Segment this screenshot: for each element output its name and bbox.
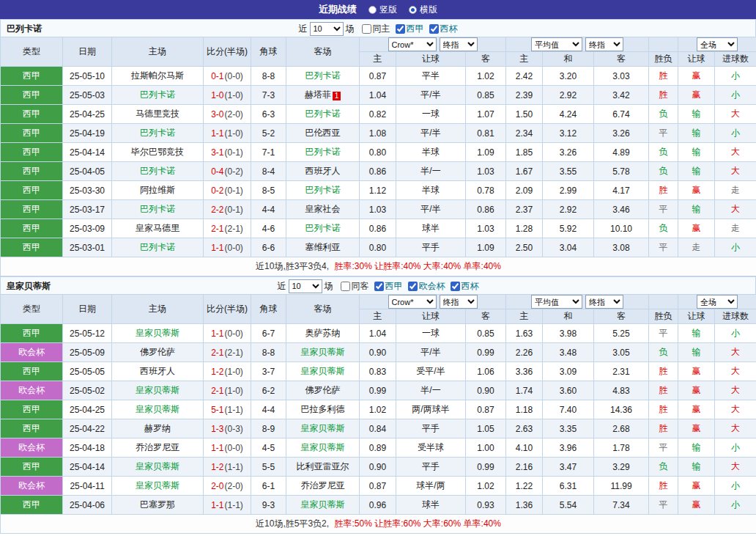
away-team[interactable]: 西班牙人 bbox=[305, 166, 341, 176]
away-team[interactable]: 乔治罗尼亚 bbox=[301, 480, 345, 491]
score-cell: 0-4(0-2) bbox=[204, 162, 251, 181]
home-team[interactable]: 皇家贝蒂斯 bbox=[136, 480, 179, 491]
filter-checkbox[interactable] bbox=[429, 24, 439, 34]
away-team[interactable]: 皇家贝蒂斯 bbox=[301, 347, 345, 357]
match-date: 25-04-22 bbox=[63, 419, 112, 438]
odds-source-select[interactable]: Crow* bbox=[388, 295, 437, 309]
home-team[interactable]: 巴列卡诺 bbox=[140, 128, 175, 138]
filter-checkbox[interactable] bbox=[362, 24, 371, 34]
result-winlose: 胜 bbox=[649, 400, 678, 419]
match-row: 欧会杯25-05-09佛罗伦萨2-1(2-1)8-8皇家贝蒂斯0.90平/半0.… bbox=[1, 343, 756, 362]
odds-handicap-line: 半球 bbox=[396, 143, 466, 162]
col-result: 胜负 bbox=[649, 309, 678, 324]
away-team[interactable]: 巴列卡诺 bbox=[305, 147, 341, 157]
home-team[interactable]: 乔治罗尼亚 bbox=[136, 442, 179, 452]
away-team[interactable]: 巴列卡诺 bbox=[305, 223, 341, 233]
home-team[interactable]: 拉斯帕尔马斯 bbox=[131, 70, 184, 81]
away-team[interactable]: 赫塔菲 bbox=[305, 89, 331, 100]
away-team[interactable]: 皇家社会 bbox=[305, 204, 341, 214]
euro-away: 3.29 bbox=[594, 458, 649, 477]
home-team[interactable]: 毕尔巴鄂竞技 bbox=[131, 147, 184, 157]
euro-away: 3.26 bbox=[594, 124, 649, 143]
average-select[interactable]: 平均值 bbox=[531, 37, 582, 51]
away-team[interactable]: 皇家贝蒂斯 bbox=[301, 423, 345, 433]
odds-away: 1.03 bbox=[466, 219, 506, 238]
away-team[interactable]: 塞维利亚 bbox=[305, 242, 341, 252]
home-team[interactable]: 皇家贝蒂斯 bbox=[136, 461, 179, 471]
filter-checkbox[interactable] bbox=[408, 282, 418, 291]
away-team[interactable]: 比利亚雷亚尔 bbox=[297, 461, 349, 471]
home-team[interactable]: 皇家马德里 bbox=[136, 223, 179, 233]
away-team[interactable]: 佛罗伦萨 bbox=[305, 385, 341, 395]
filter-checkbox[interactable] bbox=[396, 24, 405, 34]
home-team[interactable]: 西班牙人 bbox=[140, 366, 175, 376]
home-team[interactable]: 巴列卡诺 bbox=[140, 242, 175, 252]
odds-away: 1.06 bbox=[466, 362, 506, 381]
euro-away: 4.83 bbox=[594, 381, 649, 400]
odds-handicap-line: 球半/两 bbox=[396, 477, 466, 496]
halftime-score: (0-3) bbox=[225, 424, 243, 434]
recent-count-select[interactable]: 10 bbox=[310, 22, 344, 36]
fulltime-score: 3-0 bbox=[211, 109, 223, 120]
home-team[interactable]: 赫罗纳 bbox=[144, 423, 171, 433]
final-index-select-2[interactable]: 终指 bbox=[585, 295, 623, 309]
radio-vertical-layout[interactable]: 竖版 bbox=[368, 4, 397, 16]
euro-draw: 3.55 bbox=[543, 162, 594, 181]
home-team[interactable]: 阿拉维斯 bbox=[140, 185, 175, 195]
fulltime-select[interactable]: 全场 bbox=[697, 37, 738, 51]
filter-同主[interactable]: 同主 bbox=[357, 23, 390, 35]
filter-西杯[interactable]: 西杯 bbox=[424, 23, 458, 35]
home-team[interactable]: 马德里竞技 bbox=[136, 109, 179, 119]
away-team[interactable]: 巴拉多利德 bbox=[301, 404, 345, 414]
away-team[interactable]: 皇家贝蒂斯 bbox=[301, 366, 345, 376]
odds-handicap-line: 两/两球半 bbox=[396, 400, 466, 419]
home-team[interactable]: 皇家贝蒂斯 bbox=[136, 404, 179, 414]
filter-checkbox[interactable] bbox=[451, 282, 460, 291]
home-team[interactable]: 皇家贝蒂斯 bbox=[136, 385, 179, 395]
home-team[interactable]: 佛罗伦萨 bbox=[140, 347, 175, 357]
score-cell: 1-3(0-3) bbox=[204, 419, 251, 438]
league-badge: 西甲 bbox=[1, 124, 63, 143]
red-card-badge: 1 bbox=[333, 92, 341, 100]
final-index-select[interactable]: 终指 bbox=[440, 295, 478, 309]
home-team[interactable]: 巴塞罗那 bbox=[140, 499, 175, 510]
home-team[interactable]: 巴列卡诺 bbox=[140, 89, 175, 100]
filter-西甲[interactable]: 西甲 bbox=[369, 280, 403, 293]
recent-count-select[interactable]: 10 bbox=[289, 279, 322, 293]
fulltime-select[interactable]: 全场 bbox=[697, 295, 738, 309]
final-index-select[interactable]: 终指 bbox=[440, 37, 478, 51]
filter-同客[interactable]: 同客 bbox=[336, 280, 369, 293]
euro-home: 1.63 bbox=[506, 324, 543, 343]
filter-checkbox[interactable] bbox=[374, 282, 384, 291]
home-team[interactable]: 巴列卡诺 bbox=[140, 166, 175, 176]
odds-source-select[interactable]: Crow* bbox=[388, 37, 437, 51]
euro-home: 1.36 bbox=[506, 496, 543, 515]
match-row: 西甲25-05-10拉斯帕尔马斯0-1(0-0)8-8巴列卡诺0.87平半1.0… bbox=[1, 67, 756, 86]
filter-欧会杯[interactable]: 欧会杯 bbox=[403, 280, 445, 293]
corners: 6-1 bbox=[251, 477, 286, 496]
away-team[interactable]: 巴列卡诺 bbox=[305, 70, 341, 81]
home-team[interactable]: 皇家贝蒂斯 bbox=[136, 328, 179, 338]
col-corner: 角球 bbox=[251, 37, 286, 67]
odds-handicap-line: 平/半 bbox=[396, 124, 466, 143]
away-team[interactable]: 巴列卡诺 bbox=[305, 185, 341, 195]
home-team[interactable]: 巴列卡诺 bbox=[140, 204, 175, 214]
away-team[interactable]: 奥萨苏纳 bbox=[305, 328, 341, 338]
away-team[interactable]: 巴伦西亚 bbox=[305, 128, 341, 138]
final-index-select-2[interactable]: 终指 bbox=[585, 37, 623, 51]
result-winlose: 胜 bbox=[649, 381, 678, 400]
match-row: 西甲25-04-19巴列卡诺1-1(1-0)5-2巴伦西亚1.08平/半0.81… bbox=[1, 124, 756, 143]
result-goals: 小 bbox=[715, 124, 756, 143]
filter-checkbox[interactable] bbox=[341, 282, 350, 291]
away-team[interactable]: 皇家贝蒂斯 bbox=[301, 442, 345, 452]
result-goals: 大 bbox=[715, 162, 756, 181]
away-team[interactable]: 皇家贝蒂斯 bbox=[301, 499, 345, 510]
filter-西杯[interactable]: 西杯 bbox=[445, 280, 479, 293]
league-badge: 西甲 bbox=[1, 67, 63, 86]
away-team[interactable]: 巴列卡诺 bbox=[305, 109, 341, 119]
euro-group-header: 平均值终指 bbox=[506, 37, 649, 52]
filter-西甲[interactable]: 西甲 bbox=[390, 23, 424, 35]
euro-home: 2.37 bbox=[506, 200, 543, 219]
radio-horizontal-layout[interactable]: 横版 bbox=[409, 4, 437, 16]
average-select[interactable]: 平均值 bbox=[531, 295, 582, 309]
